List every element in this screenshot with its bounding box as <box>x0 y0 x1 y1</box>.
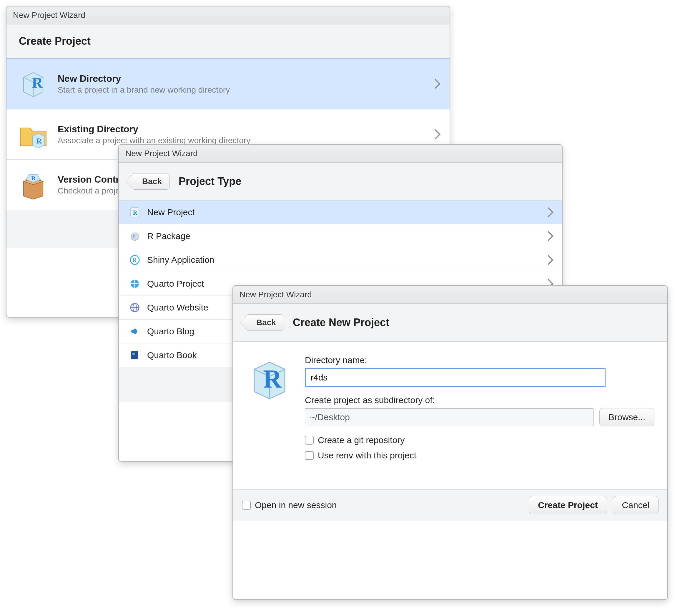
dialog-heading: Create Project <box>19 35 91 47</box>
titlebar: New Project Wizard <box>119 145 562 162</box>
svg-point-20 <box>132 353 135 355</box>
checkbox-icon[interactable] <box>305 436 314 445</box>
option-subtitle: Associate a project with an existing wor… <box>58 136 424 145</box>
subdirectory-path-input[interactable] <box>305 409 593 426</box>
directory-name-label: Directory name: <box>305 355 654 365</box>
open-new-session-row[interactable]: Open in new session <box>242 500 337 510</box>
chevron-right-icon <box>543 255 553 265</box>
chevron-right-icon <box>543 207 553 217</box>
git-repo-label: Create a git repository <box>318 435 404 445</box>
r-cube-icon: R <box>246 355 293 402</box>
svg-text:R: R <box>133 234 136 239</box>
type-new-project[interactable]: R New Project <box>119 200 562 224</box>
chevron-right-icon <box>431 129 440 139</box>
shiny-icon: R <box>129 254 141 266</box>
git-repo-checkbox-row[interactable]: Create a git repository <box>305 435 654 445</box>
megaphone-icon <box>129 326 141 337</box>
chevron-right-icon <box>431 79 440 89</box>
checkbox-icon[interactable] <box>305 451 314 460</box>
r-file-icon: R <box>129 206 141 218</box>
r-cube-icon: R <box>17 68 49 100</box>
dialog-heading: Project Type <box>179 175 241 188</box>
option-new-directory[interactable]: R New Directory Start a project in a bra… <box>6 58 449 109</box>
type-shiny-application[interactable]: R Shiny Application <box>119 248 562 272</box>
create-project-button[interactable]: Create Project <box>529 496 607 514</box>
back-button[interactable]: Back <box>245 314 284 331</box>
type-label: Shiny Application <box>147 255 539 265</box>
option-title: New Directory <box>58 73 424 84</box>
svg-text:R: R <box>32 74 43 91</box>
type-r-package[interactable]: R R Package <box>119 224 562 248</box>
svg-text:R: R <box>31 175 36 181</box>
svg-text:R: R <box>263 365 282 393</box>
subdirectory-label: Create project as subdirectory of: <box>305 395 654 405</box>
form-area: R Directory name: Create project as subd… <box>233 342 667 489</box>
type-label: R Package <box>147 231 539 241</box>
dialog-header: Create Project <box>6 24 449 58</box>
titlebar: New Project Wizard <box>233 286 667 304</box>
package-box-icon: R <box>17 169 49 201</box>
svg-text:R: R <box>37 137 42 145</box>
renv-label: Use renv with this project <box>318 450 416 460</box>
svg-text:R: R <box>133 210 138 216</box>
package-cube-icon: R <box>129 230 141 242</box>
dialog-header: Back Create New Project <box>233 304 667 342</box>
browse-button[interactable]: Browse... <box>599 408 654 426</box>
quarto-icon <box>129 278 141 290</box>
svg-rect-19 <box>131 351 138 359</box>
chevron-right-icon <box>543 231 553 241</box>
cancel-button[interactable]: Cancel <box>613 496 658 514</box>
book-icon <box>129 349 141 361</box>
open-new-session-label: Open in new session <box>255 500 337 510</box>
directory-name-input[interactable] <box>305 368 606 387</box>
globe-icon <box>129 302 141 313</box>
dialog-header: Back Project Type <box>119 162 562 200</box>
option-subtitle: Start a project in a brand new working d… <box>58 85 424 95</box>
footer-bar: Open in new session Create Project Cance… <box>233 489 667 521</box>
renv-checkbox-row[interactable]: Use renv with this project <box>305 450 654 460</box>
dialog-heading: Create New Project <box>293 316 389 329</box>
checkbox-icon[interactable] <box>242 501 251 510</box>
type-label: New Project <box>147 207 539 217</box>
option-title: Existing Directory <box>58 124 424 135</box>
back-button[interactable]: Back <box>131 173 170 190</box>
folder-r-icon: R <box>17 118 49 151</box>
svg-text:R: R <box>133 257 137 263</box>
titlebar: New Project Wizard <box>6 6 449 24</box>
wizard-step-create-new-project: New Project Wizard Back Create New Proje… <box>232 285 668 600</box>
